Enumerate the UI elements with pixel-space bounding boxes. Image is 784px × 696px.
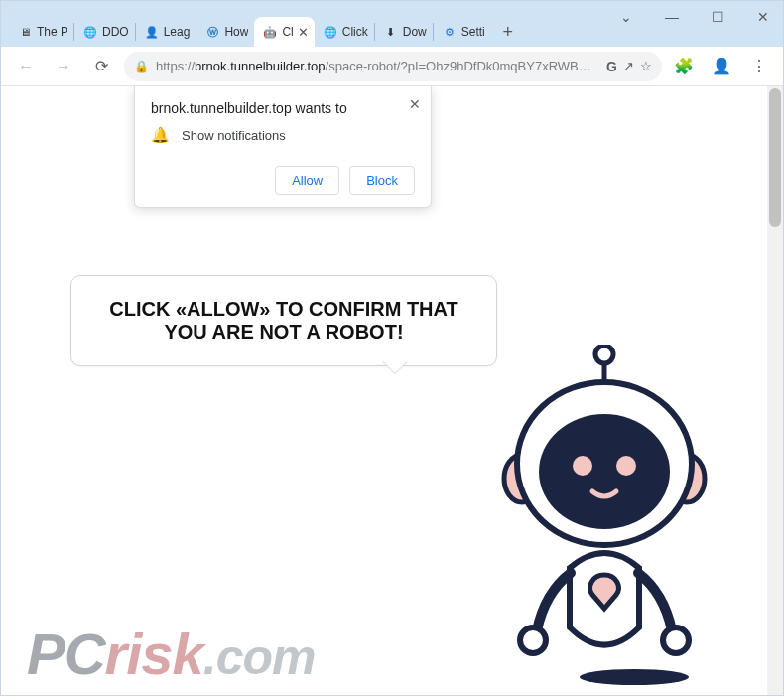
url-text: https://brnok.tunnelbuilder.top/space-ro… xyxy=(156,59,600,73)
address-bar: ← → ⟳ 🔒 https://brnok.tunnelbuilder.top/… xyxy=(1,47,783,86)
forward-button[interactable]: → xyxy=(49,52,78,81)
permission-text: Show notifications xyxy=(182,128,286,143)
tab-how[interactable]: ⓦ How xyxy=(196,17,254,47)
robot-illustration xyxy=(475,345,723,692)
tab-label: Dow xyxy=(403,25,427,39)
window-minimize-icon[interactable]: — xyxy=(658,7,686,27)
vertical-scrollbar[interactable] xyxy=(767,86,783,695)
watermark: PCrisk.com xyxy=(27,626,315,683)
svg-point-6 xyxy=(573,456,592,476)
tab-label: DDO xyxy=(102,25,129,39)
wordpress-icon: ⓦ xyxy=(204,24,220,40)
window-maximize-icon[interactable]: ☐ xyxy=(704,7,731,27)
svg-point-5 xyxy=(539,414,670,529)
tab-label: How xyxy=(224,25,248,39)
share-icon[interactable]: ↗ xyxy=(623,59,634,73)
gear-icon: ⚙ xyxy=(442,24,457,40)
svg-point-9 xyxy=(663,627,689,653)
menu-icon[interactable]: ⋮ xyxy=(745,53,773,80)
download-icon: ⬇ xyxy=(383,24,399,40)
back-button[interactable]: ← xyxy=(11,52,41,81)
window-dropdown-icon[interactable]: ⌄ xyxy=(612,7,640,27)
window-close-icon[interactable]: ✕ xyxy=(749,7,777,27)
block-button[interactable]: Block xyxy=(349,166,415,195)
tab-click[interactable]: 🌐 Click xyxy=(315,17,374,47)
speech-bubble: CLICK «ALLOW» TO CONFIRM THAT YOU ARE NO… xyxy=(70,275,497,366)
tab-label: The P xyxy=(37,25,67,39)
extensions-icon[interactable]: 🧩 xyxy=(670,53,698,80)
avatar-icon: 👤 xyxy=(144,24,160,40)
tab-label: Setti xyxy=(461,25,485,39)
tab-label: Click xyxy=(342,25,368,39)
allow-button[interactable]: Allow xyxy=(275,166,339,195)
globe-icon: 🌐 xyxy=(323,24,338,40)
svg-point-1 xyxy=(595,346,613,363)
window-controls: ⌄ — ☐ ✕ xyxy=(612,7,777,27)
tab-ddo[interactable]: 🌐 DDO xyxy=(74,17,135,47)
new-tab-button[interactable]: + xyxy=(495,19,521,45)
tab-leag[interactable]: 👤 Leag xyxy=(136,17,196,47)
close-icon[interactable]: ✕ xyxy=(409,96,421,112)
tab-label: Leag xyxy=(164,25,191,39)
globe-icon: 🌐 xyxy=(82,24,98,40)
google-icon[interactable]: G xyxy=(606,59,617,74)
tab-dow[interactable]: ⬇ Dow xyxy=(375,17,433,47)
tab-the-p[interactable]: 🖥 The P xyxy=(9,17,73,47)
tab-setti[interactable]: ⚙ Setti xyxy=(434,17,491,47)
permission-title: brnok.tunnelbuilder.top wants to xyxy=(151,100,415,116)
omnibox[interactable]: 🔒 https://brnok.tunnelbuilder.top/space-… xyxy=(124,52,662,81)
star-icon[interactable]: ☆ xyxy=(640,59,652,73)
svg-point-8 xyxy=(520,627,546,653)
bell-icon: 🔔 xyxy=(151,126,170,144)
scrollbar-thumb[interactable] xyxy=(769,88,781,227)
notification-permission-dialog: ✕ brnok.tunnelbuilder.top wants to 🔔 Sho… xyxy=(134,86,432,208)
robot-icon: 🤖 xyxy=(262,24,278,40)
reload-button[interactable]: ⟳ xyxy=(86,52,116,81)
lock-icon: 🔒 xyxy=(134,60,150,73)
account-icon[interactable]: 👤 xyxy=(708,53,735,80)
favicon-icon: 🖥 xyxy=(17,24,33,40)
svg-point-7 xyxy=(616,456,636,476)
tab-active[interactable]: 🤖 Cl ✕ xyxy=(254,17,314,47)
page-content: ✕ brnok.tunnelbuilder.top wants to 🔔 Sho… xyxy=(1,86,783,695)
robot-shadow xyxy=(580,669,689,685)
close-tab-icon[interactable]: ✕ xyxy=(298,25,309,40)
tab-label: Cl xyxy=(282,25,293,39)
